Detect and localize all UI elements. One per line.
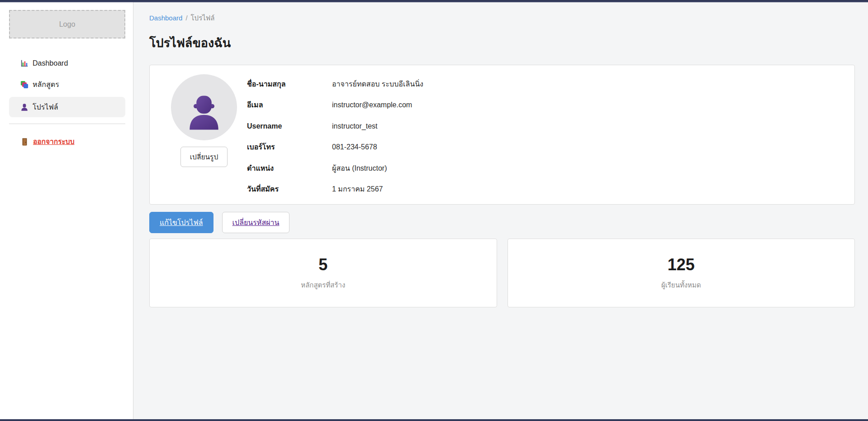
- field-value: ผู้สอน (Instructor): [332, 163, 387, 173]
- person-icon: [20, 103, 28, 111]
- profile-field-row-position: ตำแหน่ง ผู้สอน (Instructor): [247, 163, 842, 173]
- field-label: เบอร์โทร: [247, 142, 332, 152]
- field-value: 1 มกราคม 2567: [332, 184, 383, 194]
- field-label: วันที่สมัคร: [247, 184, 332, 194]
- sidebar-item-dashboard[interactable]: Dashboard: [9, 55, 125, 72]
- main-content: Dashboard/โปรไฟล์ โปรไฟล์ของฉัน: [133, 2, 868, 419]
- profile-fields: ชื่อ-นามสกุล อาจารย์ทดสอบ ระบบอีเลินนิ่ง…: [247, 74, 842, 194]
- field-label: ตำแหน่ง: [247, 163, 332, 173]
- breadcrumb: Dashboard/โปรไฟล์: [149, 13, 855, 24]
- logout-link[interactable]: ออกจากระบบ: [9, 136, 125, 147]
- door-icon: [20, 138, 28, 146]
- stat-label: หลักสูตรที่สร้าง: [301, 280, 345, 291]
- field-value: 081-234-5678: [332, 142, 377, 152]
- sidebar: Logo Dashboard: [0, 2, 133, 419]
- logout-label: ออกจากระบบ: [33, 136, 75, 147]
- person-icon: [182, 91, 226, 134]
- profile-field-row-phone: เบอร์โทร 081-234-5678: [247, 142, 842, 152]
- profile-field-row-name: ชื่อ-นามสกุล อาจารย์ทดสอบ ระบบอีเลินนิ่ง: [247, 79, 842, 89]
- bottom-accent-bar: [0, 419, 868, 421]
- edit-profile-button[interactable]: แก้ไขโปรไฟล์: [149, 212, 213, 233]
- stat-value: 5: [318, 255, 327, 274]
- sidebar-item-label: Dashboard: [33, 59, 68, 67]
- field-value: อาจารย์ทดสอบ ระบบอีเลินนิ่ง: [332, 79, 423, 89]
- stat-value: 125: [668, 255, 695, 274]
- page-title: โปรไฟล์ของฉัน: [149, 33, 855, 53]
- sidebar-item-courses[interactable]: หลักสูตร: [9, 74, 125, 95]
- logo-text: Logo: [59, 20, 76, 29]
- field-label: ชื่อ-นามสกุล: [247, 79, 332, 89]
- sidebar-nav: Dashboard หลักสูตร: [0, 55, 133, 117]
- sidebar-item-profile[interactable]: โปรไฟล์: [9, 97, 125, 117]
- sidebar-item-label: หลักสูตร: [33, 79, 59, 90]
- breadcrumb-dashboard-link[interactable]: Dashboard: [149, 14, 182, 22]
- field-value: instructor@example.com: [332, 100, 412, 110]
- profile-field-row-joined: วันที่สมัคร 1 มกราคม 2567: [247, 184, 842, 194]
- logo-placeholder: Logo: [9, 10, 125, 38]
- field-value: instructor_test: [332, 121, 377, 131]
- field-label: อีเมล: [247, 100, 332, 110]
- breadcrumb-separator: /: [185, 14, 187, 22]
- profile-actions: แก้ไขโปรไฟล์ เปลี่ยนรหัสผ่าน: [149, 212, 855, 233]
- avatar-column: เปลี่ยนรูป: [161, 74, 247, 194]
- avatar: [171, 74, 237, 140]
- breadcrumb-current: โปรไฟล์: [191, 14, 215, 22]
- change-password-button[interactable]: เปลี่ยนรหัสผ่าน: [222, 212, 290, 233]
- stat-card-courses-created: 5 หลักสูตรที่สร้าง: [149, 239, 497, 307]
- field-label: Username: [247, 121, 332, 131]
- change-photo-button[interactable]: เปลี่ยนรูป: [180, 147, 228, 167]
- stat-label: ผู้เรียนทั้งหมด: [661, 280, 701, 291]
- bar-chart-icon: [20, 59, 28, 67]
- stats-row: 5 หลักสูตรที่สร้าง 125 ผู้เรียนทั้งหมด: [149, 239, 855, 307]
- profile-field-row-username: Username instructor_test: [247, 121, 842, 131]
- sidebar-item-label: โปรไฟล์: [33, 101, 58, 113]
- profile-field-row-email: อีเมล instructor@example.com: [247, 100, 842, 110]
- profile-card: เปลี่ยนรูป ชื่อ-นามสกุล อาจารย์ทดสอบ ระบ…: [149, 65, 855, 205]
- courses-icon: [20, 81, 28, 89]
- sidebar-divider: [9, 124, 125, 124]
- app-frame: Logo Dashboard: [0, 2, 868, 419]
- stat-card-total-learners: 125 ผู้เรียนทั้งหมด: [508, 239, 855, 307]
